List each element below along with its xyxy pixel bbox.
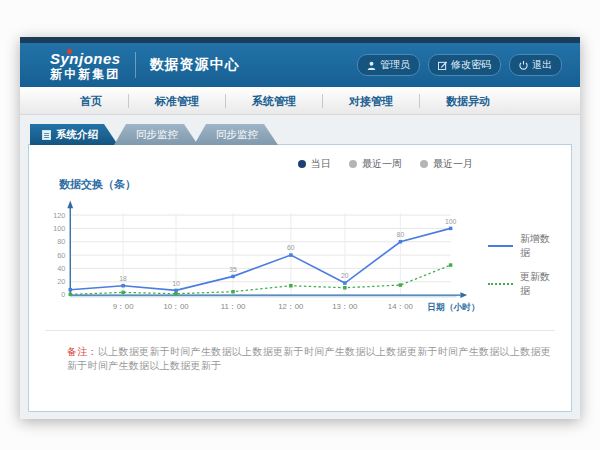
radio-dot-icon [420,160,428,168]
header-divider [135,52,136,78]
data-point-label: 35 [229,266,237,273]
legend-new-data-label: 新增数据 [520,232,559,260]
data-point [343,286,347,290]
user-icon [367,61,376,70]
edit-icon [438,61,447,70]
chart-panel: 当日 最近一周 最近一月 数据交换（条） 0204060801001209：00… [28,144,572,412]
y-tick-label: 80 [57,237,65,246]
logo-text-cn: 新中新集团 [50,68,121,80]
chart-row: 0204060801001209：0010：0011：0012：0013：001… [41,194,559,322]
x-axis-title: 日期（小时） [427,302,480,312]
logout-button[interactable]: 退出 [509,54,562,76]
logout-label: 退出 [532,58,552,72]
tab-system-intro-label: 系统介绍 [56,124,98,145]
radio-today-label: 当日 [311,157,331,171]
header-actions: 管理员 修改密码 退出 [357,54,562,76]
data-point [289,284,293,288]
tab-sync-monitor-2[interactable]: 同步监控 [194,124,278,145]
x-axis-arrow-icon [460,292,467,298]
data-point [174,289,178,293]
main-nav: 首页 标准管理 系统管理 对接管理 数据异动 [20,87,580,115]
tab-system-intro[interactable]: 系统介绍 [30,124,118,145]
radio-last-week[interactable]: 最近一周 [349,157,402,171]
data-point [231,275,235,279]
data-point [121,284,125,288]
data-point-label: 20 [341,272,349,279]
data-point [399,240,403,244]
note-text: 以上数据更新于时间产生数据以上数据更新于时间产生数据以上数据更新于时间产生数据以… [67,346,551,371]
x-tick-label: 9：00 [113,302,134,311]
line-chart: 0204060801001209：0010：0011：0012：0013：001… [41,194,482,322]
chart-legend: 新增数据 更新数据 [488,232,559,308]
x-tick-label: 13：00 [332,302,358,311]
radio-last-month[interactable]: 最近一月 [420,157,473,171]
x-tick-label: 12：00 [278,302,304,311]
legend-item-new-data: 新增数据 [488,232,559,260]
data-point [121,291,125,295]
dotted-line-icon [488,283,513,285]
data-point [231,290,235,294]
document-icon [42,130,51,140]
app-window: Synjones 新中新集团 数据资源中心 管理员 修改密码 退出 [20,37,580,419]
y-tick-label: 20 [57,277,65,286]
nav-item-data-change[interactable]: 数据异动 [420,87,516,115]
y-tick-label: 0 [61,290,65,299]
legend-updated-data-label: 更新数据 [520,270,559,298]
change-password-label: 修改密码 [451,58,491,72]
desktop-background: Synjones 新中新集团 数据资源中心 管理员 修改密码 退出 [0,0,600,450]
radio-last-week-label: 最近一周 [362,157,402,171]
x-tick-label: 14：00 [388,302,414,311]
company-logo: Synjones 新中新集团 [50,51,121,80]
solid-line-icon [488,245,513,247]
logo-accent-dot [67,49,72,54]
radio-today[interactable]: 当日 [298,157,331,171]
y-tick-label: 40 [57,264,65,273]
y-tick-label: 120 [53,211,65,220]
data-point [174,292,178,296]
data-point-label: 100 [445,218,457,225]
admin-user-label: 管理员 [380,58,410,72]
radio-dot-icon [298,160,306,168]
data-point [69,293,73,297]
content-area: 系统介绍 同步监控 同步监控 当日 最 [20,115,580,412]
tab-sync-monitor-2-label: 同步监控 [216,124,258,145]
footer-note: 备注：以上数据更新于时间产生数据以上数据更新于时间产生数据以上数据更新于时间产生… [67,345,559,373]
nav-item-system-mgmt[interactable]: 系统管理 [226,87,322,115]
note-prefix: 备注： [67,346,98,357]
data-point-label: 18 [119,275,127,282]
time-range-filter: 当日 最近一周 最近一月 [41,157,559,171]
series-line-updated [70,265,450,294]
data-point [69,288,73,292]
tab-sync-monitor-1-label: 同步监控 [136,124,178,145]
legend-item-updated-data: 更新数据 [488,270,559,298]
note-divider [45,330,555,331]
data-point [399,283,403,287]
page-title: 数据资源中心 [150,56,240,74]
app-header: Synjones 新中新集团 数据资源中心 管理员 修改密码 退出 [20,43,580,87]
data-point [343,281,347,285]
nav-item-standard-mgmt[interactable]: 标准管理 [129,87,225,115]
radio-last-month-label: 最近一月 [433,157,473,171]
y-tick-label: 60 [57,251,65,260]
nav-item-interface-mgmt[interactable]: 对接管理 [323,87,419,115]
admin-user-button[interactable]: 管理员 [357,54,420,76]
y-axis-arrow-icon [67,200,73,208]
data-point-label: 60 [287,244,295,251]
y-tick-label: 100 [53,224,65,233]
tab-sync-monitor-1[interactable]: 同步监控 [114,124,198,145]
nav-item-home[interactable]: 首页 [54,87,128,115]
data-point [449,263,453,267]
tab-bar: 系统介绍 同步监控 同步监控 [30,124,572,145]
x-tick-label: 11：00 [221,302,246,311]
series-line-new [70,228,450,290]
data-point [449,227,453,231]
radio-dot-icon [349,160,357,168]
data-point-label: 80 [397,231,405,238]
power-icon [519,61,528,70]
logo-text-en: Synjones [50,51,121,66]
data-point [289,253,293,257]
change-password-button[interactable]: 修改密码 [428,54,501,76]
x-tick-label: 10：00 [163,302,189,311]
data-point-label: 10 [172,280,180,287]
y-axis-title: 数据交换（条） [59,177,559,192]
